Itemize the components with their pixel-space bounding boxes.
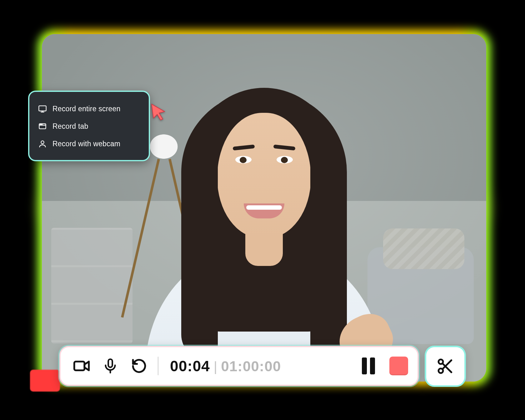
trim-button[interactable] bbox=[426, 347, 464, 385]
svg-point-7 bbox=[42, 124, 42, 124]
svg-point-6 bbox=[41, 124, 41, 124]
svg-rect-9 bbox=[74, 362, 85, 370]
preview-person bbox=[123, 82, 405, 382]
record-source-menu: Record entire screen Record tab Record w… bbox=[28, 91, 150, 161]
menu-item-record-webcam[interactable]: Record with webcam bbox=[37, 135, 141, 152]
recorder-stage: Record entire screen Record tab Record w… bbox=[38, 30, 491, 386]
recording-time: 00:04 | 01:00:00 bbox=[167, 358, 354, 375]
svg-point-5 bbox=[40, 124, 40, 124]
scissors-icon bbox=[436, 357, 454, 375]
microphone-icon bbox=[102, 358, 118, 374]
microphone-toggle-button[interactable] bbox=[99, 354, 122, 378]
stop-icon bbox=[389, 357, 408, 375]
pause-button[interactable] bbox=[359, 357, 378, 375]
time-separator: | bbox=[214, 359, 217, 374]
camera-toggle-button[interactable] bbox=[70, 354, 93, 378]
menu-item-record-screen[interactable]: Record entire screen bbox=[37, 100, 141, 118]
pause-icon bbox=[362, 358, 367, 374]
menu-item-label: Record tab bbox=[52, 123, 88, 130]
menu-item-record-tab[interactable]: Record tab bbox=[37, 118, 141, 135]
restart-button[interactable] bbox=[128, 354, 151, 378]
monitor-icon bbox=[38, 104, 47, 113]
stop-button[interactable] bbox=[389, 357, 408, 375]
recording-toolbar: 00:04 | 01:00:00 bbox=[59, 346, 419, 386]
pause-icon bbox=[370, 358, 375, 374]
svg-rect-0 bbox=[39, 106, 46, 111]
svg-point-8 bbox=[41, 141, 44, 144]
webcam-preview bbox=[42, 34, 486, 382]
time-total: 01:00:00 bbox=[221, 358, 281, 375]
menu-item-label: Record entire screen bbox=[52, 105, 121, 112]
restart-icon bbox=[131, 358, 147, 374]
camera-icon bbox=[73, 357, 90, 375]
tab-icon bbox=[38, 122, 47, 131]
time-elapsed: 00:04 bbox=[170, 358, 210, 375]
toolbar-divider bbox=[158, 357, 159, 375]
person-icon bbox=[38, 139, 47, 148]
menu-item-label: Record with webcam bbox=[52, 140, 120, 148]
svg-rect-10 bbox=[108, 359, 112, 367]
bg-shelf bbox=[51, 228, 132, 343]
accent-red-block bbox=[30, 370, 60, 392]
